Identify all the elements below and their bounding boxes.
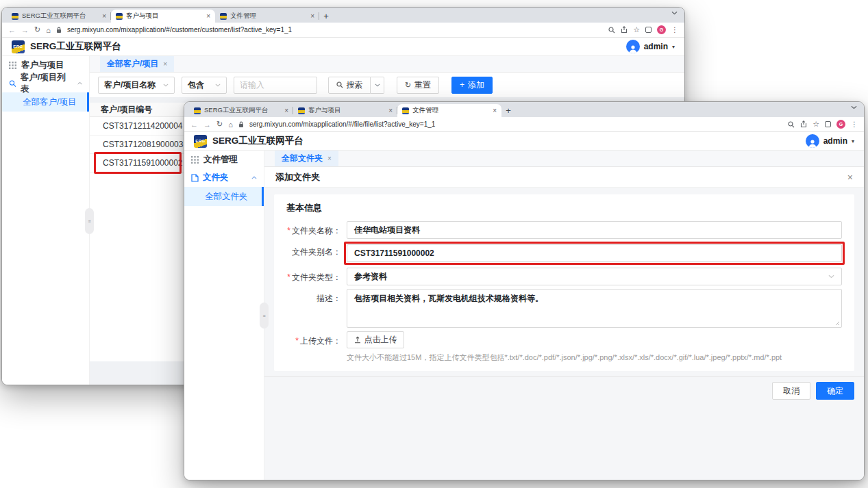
search-dropdown-button[interactable]	[371, 77, 384, 94]
zoom-icon[interactable]	[608, 27, 615, 34]
extensions-icon[interactable]	[645, 27, 652, 33]
app-title: SERG工业互联网平台	[212, 135, 800, 147]
field-select[interactable]: 客户/项目名称	[98, 77, 175, 94]
url-text[interactable]: serg.mixyun.com/mixapplication/#/custome…	[67, 26, 603, 34]
share-icon[interactable]	[621, 26, 628, 34]
add-folder-form: 基本信息 文件夹名称： 佳华电站项目资料 文件夹别名： CST317115910…	[264, 188, 864, 480]
app-header: ERG SERG工业互联网平台 admin ▾	[184, 132, 864, 151]
tab-close-icon[interactable]: ×	[102, 12, 106, 20]
reload-icon[interactable]: ↻	[34, 25, 40, 34]
page-tab-strip: 全部文件夹 ×	[264, 151, 864, 167]
sidebar-collapse-handle[interactable]: ≡	[85, 208, 94, 234]
tab-search-chevron-icon[interactable]	[671, 11, 678, 15]
tab-close-icon[interactable]: ×	[310, 12, 314, 20]
reload-icon[interactable]: ↻	[216, 120, 223, 129]
chevron-up-icon	[77, 81, 82, 85]
sidebar-item-customer-list[interactable]: 客户/项目列表	[2, 74, 89, 92]
plus-icon: +	[460, 80, 464, 90]
sidebar-title: 文件管理	[184, 151, 264, 168]
page-tab-all-customers[interactable]: 全部客户/项目 ×	[100, 56, 174, 72]
page-tab-all-folders[interactable]: 全部文件夹 ×	[275, 151, 338, 166]
browser-tab-bar: SERG工业互联网平台 × 客户与项目 × 文件管理 × +	[2, 8, 684, 23]
serg-favicon	[116, 13, 123, 20]
serg-favicon	[194, 107, 201, 114]
folder-name-label: 文件夹名称：	[286, 221, 347, 237]
browser-tab-customers[interactable]: 客户与项目 ×	[111, 10, 215, 23]
chevron-down-icon	[375, 84, 380, 87]
browser-tab-platform[interactable]: SERG工业互联网平台 ×	[189, 104, 293, 117]
grid-icon	[191, 156, 199, 164]
page-tab-strip: 全部客户/项目 ×	[90, 56, 684, 73]
browser-tab-customers[interactable]: 客户与项目 ×	[293, 104, 397, 117]
browser-menu-icon[interactable]: ⋮	[671, 26, 678, 34]
upload-label: 上传文件：	[286, 331, 347, 347]
home-icon[interactable]: ⌂	[46, 26, 51, 34]
add-button[interactable]: + 添加	[451, 77, 493, 94]
serg-favicon	[402, 107, 409, 114]
resize-grip-icon[interactable]	[835, 321, 840, 326]
confirm-button[interactable]: 确定	[816, 382, 854, 400]
back-icon[interactable]: ←	[190, 120, 198, 129]
chevron-up-icon	[251, 176, 257, 179]
page-tab-close-icon[interactable]: ×	[163, 60, 167, 68]
browser-menu-icon[interactable]: ⋮	[851, 120, 858, 128]
app-title: SERG工业互联网平台	[30, 40, 621, 53]
serg-favicon	[12, 13, 18, 20]
folder-alias-input[interactable]: CST31711591000002	[347, 244, 842, 262]
cancel-button[interactable]: 取消	[772, 382, 810, 400]
zoom-icon[interactable]	[788, 121, 795, 128]
description-label: 描述：	[286, 289, 347, 305]
new-tab-button[interactable]: +	[319, 10, 333, 23]
sidebar-collapse-handle[interactable]: ≡	[260, 303, 269, 329]
tab-close-icon[interactable]: ×	[284, 107, 288, 114]
tab-close-icon[interactable]: ×	[493, 107, 497, 114]
user-caret-icon: ▾	[672, 44, 675, 50]
search-button[interactable]: 搜索	[328, 77, 371, 94]
sidebar-item-all-customers[interactable]: 全部客户/项目	[2, 92, 89, 112]
browser-tab-bar: SERG工业互联网平台 × 客户与项目 × 文件管理 × +	[184, 102, 864, 117]
reset-button[interactable]: ↻ 重置	[397, 77, 439, 94]
tab-close-icon[interactable]: ×	[388, 107, 393, 114]
new-tab-button[interactable]: +	[501, 104, 515, 117]
tab-search-chevron-icon[interactable]	[851, 105, 857, 110]
upload-icon	[354, 336, 361, 344]
operator-select[interactable]: 包含	[182, 77, 227, 94]
browser-window-files: SERG工业互联网平台 × 客户与项目 × 文件管理 × + ← → ↻ ⌂ s…	[184, 101, 865, 480]
sidebar-customers: 客户与项目 客户/项目列表 全部客户/项目	[2, 56, 90, 385]
bookmark-star-icon[interactable]: ☆	[633, 25, 640, 34]
description-textarea[interactable]: 包括项目相关资料，瓦斯发电机组技术规格资料等。	[347, 289, 842, 328]
address-bar: ← → ↻ ⌂ serg.mixyun.com/mixapplication/#…	[2, 23, 684, 38]
browser-profile-avatar[interactable]: G	[836, 120, 845, 129]
user-menu[interactable]: admin ▾	[626, 40, 675, 53]
share-icon[interactable]	[800, 120, 807, 128]
folder-name-input[interactable]: 佳华电站项目资料	[347, 221, 842, 239]
sidebar-item-folders[interactable]: 文件夹	[184, 168, 264, 187]
browser-tab-platform[interactable]: SERG工业互联网平台 ×	[7, 10, 111, 23]
document-icon	[191, 174, 199, 182]
drawer-close-icon[interactable]: ×	[847, 172, 853, 183]
browser-profile-avatar[interactable]: G	[657, 25, 666, 34]
chevron-down-icon	[828, 274, 834, 279]
page-tab-close-icon[interactable]: ×	[327, 155, 332, 162]
forward-icon[interactable]: →	[203, 120, 211, 129]
app-header: ERG SERG工业互联网平台 admin ▾	[2, 38, 684, 56]
search-input[interactable]: 请输入	[234, 77, 317, 94]
browser-tab-files[interactable]: 文件管理 ×	[397, 104, 501, 117]
user-menu[interactable]: admin ▾	[806, 134, 854, 148]
serg-favicon	[298, 107, 305, 114]
folder-type-select[interactable]: 参考资料	[347, 268, 842, 285]
url-text[interactable]: serg.mixyun.com/mixapplication/#/file/fi…	[249, 120, 782, 128]
tab-close-icon[interactable]: ×	[206, 12, 210, 20]
extensions-icon[interactable]	[825, 121, 831, 127]
home-icon[interactable]: ⌂	[228, 120, 233, 129]
browser-tab-files[interactable]: 文件管理 ×	[215, 10, 319, 23]
bookmark-star-icon[interactable]: ☆	[813, 120, 819, 129]
chevron-down-icon	[163, 84, 169, 87]
forward-icon[interactable]: →	[21, 26, 29, 34]
upload-button[interactable]: 点击上传	[347, 331, 404, 348]
search-toolbar: 客户/项目名称 包含 请输入 搜索	[90, 73, 684, 97]
drawer-footer: 取消 确定	[264, 376, 864, 404]
user-avatar-icon	[806, 134, 819, 148]
sidebar-item-all-folders[interactable]: 全部文件夹	[184, 187, 264, 206]
back-icon[interactable]: ←	[8, 26, 16, 34]
